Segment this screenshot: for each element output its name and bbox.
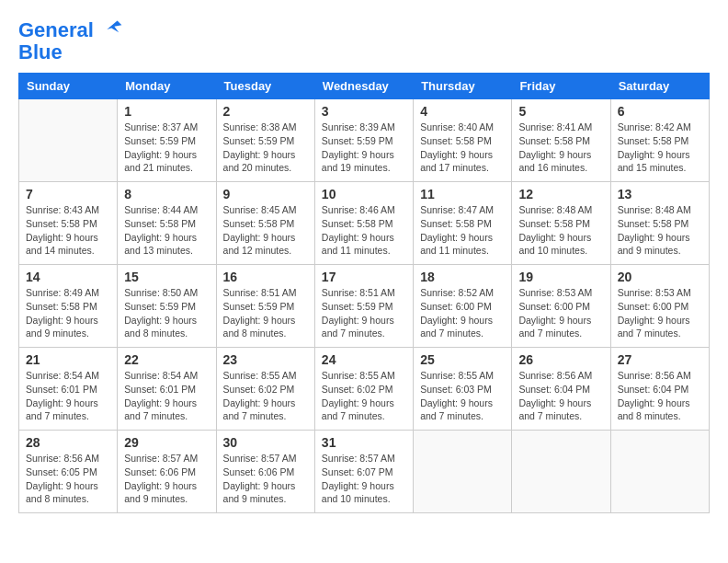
calendar-week-2: 7Sunrise: 8:43 AMSunset: 5:58 PMDaylight… [19, 182, 710, 265]
daylight-line1: Daylight: 9 hours [420, 148, 505, 162]
calendar-cell: 29Sunrise: 8:57 AMSunset: 6:06 PMDayligh… [118, 431, 216, 513]
daylight-line1: Daylight: 9 hours [124, 231, 209, 245]
day-info: Sunrise: 8:56 AMSunset: 6:04 PMDaylight:… [518, 369, 603, 423]
daylight-line1: Daylight: 9 hours [26, 479, 110, 493]
logo-text-blue: Blue [18, 40, 63, 63]
daylight-line1: Daylight: 9 hours [618, 148, 702, 162]
day-number: 20 [618, 270, 702, 284]
sunset-line: Sunset: 5:58 PM [124, 217, 209, 231]
daylight-line2: and 19 minutes. [322, 161, 406, 175]
daylight-line1: Daylight: 9 hours [26, 396, 110, 410]
day-number: 26 [518, 352, 603, 367]
daylight-line1: Daylight: 9 hours [223, 231, 308, 245]
calendar-cell: 22Sunrise: 8:54 AMSunset: 6:01 PMDayligh… [118, 348, 216, 431]
day-info: Sunrise: 8:53 AMSunset: 6:00 PMDaylight:… [618, 286, 702, 340]
sunrise-line: Sunrise: 8:53 AM [518, 286, 603, 300]
sunset-line: Sunset: 6:00 PM [618, 300, 702, 314]
sunrise-line: Sunrise: 8:57 AM [322, 452, 406, 465]
daylight-line2: and 8 minutes. [26, 492, 110, 506]
calendar-body: 1Sunrise: 8:37 AMSunset: 5:59 PMDaylight… [19, 99, 710, 513]
sunrise-line: Sunrise: 8:39 AM [322, 121, 406, 134]
daylight-line2: and 8 minutes. [223, 327, 308, 340]
day-info: Sunrise: 8:51 AMSunset: 5:59 PMDaylight:… [322, 286, 406, 340]
daylight-line1: Daylight: 9 hours [518, 314, 603, 327]
daylight-line2: and 10 minutes. [322, 492, 406, 506]
weekday-header-sunday: Sunday [19, 74, 118, 99]
day-number: 2 [223, 104, 308, 119]
daylight-line1: Daylight: 9 hours [518, 148, 603, 162]
sunset-line: Sunset: 5:58 PM [518, 134, 603, 148]
day-number: 12 [518, 187, 603, 201]
calendar-cell: 10Sunrise: 8:46 AMSunset: 5:58 PMDayligh… [314, 182, 413, 265]
sunset-line: Sunset: 5:58 PM [223, 217, 308, 231]
sunrise-line: Sunrise: 8:56 AM [618, 369, 702, 383]
day-info: Sunrise: 8:40 AMSunset: 5:58 PMDaylight:… [420, 121, 505, 175]
day-info: Sunrise: 8:54 AMSunset: 6:01 PMDaylight:… [26, 369, 110, 423]
daylight-line2: and 9 minutes. [618, 244, 702, 258]
day-info: Sunrise: 8:48 AMSunset: 5:58 PMDaylight:… [618, 203, 702, 258]
sunrise-line: Sunrise: 8:55 AM [420, 369, 505, 383]
calendar-cell: 13Sunrise: 8:48 AMSunset: 5:58 PMDayligh… [610, 182, 709, 265]
daylight-line1: Daylight: 9 hours [420, 231, 505, 245]
sunrise-line: Sunrise: 8:47 AM [420, 203, 505, 217]
sunrise-line: Sunrise: 8:42 AM [618, 121, 702, 134]
day-number: 11 [420, 187, 505, 201]
weekday-header-saturday: Saturday [610, 74, 709, 99]
calendar-cell: 30Sunrise: 8:57 AMSunset: 6:06 PMDayligh… [216, 431, 314, 513]
calendar-cell: 25Sunrise: 8:55 AMSunset: 6:03 PMDayligh… [414, 348, 512, 431]
day-number: 6 [618, 104, 702, 119]
sunrise-line: Sunrise: 8:45 AM [223, 203, 308, 217]
sunrise-line: Sunrise: 8:54 AM [26, 369, 110, 383]
daylight-line2: and 7 minutes. [518, 409, 603, 423]
day-info: Sunrise: 8:57 AMSunset: 6:06 PMDaylight:… [223, 452, 308, 506]
sunset-line: Sunset: 6:01 PM [26, 383, 110, 396]
daylight-line2: and 7 minutes. [322, 327, 406, 340]
logo-text-general: General [18, 18, 94, 41]
sunset-line: Sunset: 5:58 PM [518, 217, 603, 231]
sunrise-line: Sunrise: 8:57 AM [223, 452, 308, 465]
calendar-cell: 31Sunrise: 8:57 AMSunset: 6:07 PMDayligh… [314, 431, 413, 513]
day-info: Sunrise: 8:56 AMSunset: 6:04 PMDaylight:… [618, 369, 702, 423]
sunset-line: Sunset: 6:00 PM [420, 300, 505, 314]
daylight-line1: Daylight: 9 hours [223, 396, 308, 410]
sunrise-line: Sunrise: 8:37 AM [124, 121, 209, 134]
daylight-line2: and 9 minutes. [124, 492, 209, 506]
daylight-line1: Daylight: 9 hours [223, 148, 308, 162]
sunrise-line: Sunrise: 8:50 AM [124, 286, 209, 300]
daylight-line1: Daylight: 9 hours [124, 479, 209, 493]
daylight-line2: and 13 minutes. [124, 244, 209, 258]
day-number: 24 [322, 352, 406, 367]
daylight-line2: and 10 minutes. [518, 244, 603, 258]
sunrise-line: Sunrise: 8:56 AM [26, 452, 110, 465]
calendar-cell: 21Sunrise: 8:54 AMSunset: 6:01 PMDayligh… [19, 348, 118, 431]
daylight-line2: and 7 minutes. [618, 327, 702, 340]
daylight-line2: and 7 minutes. [26, 409, 110, 423]
daylight-line1: Daylight: 9 hours [618, 396, 702, 410]
sunrise-line: Sunrise: 8:57 AM [124, 452, 209, 465]
sunrise-line: Sunrise: 8:46 AM [322, 203, 406, 217]
sunrise-line: Sunrise: 8:48 AM [518, 203, 603, 217]
calendar-cell: 19Sunrise: 8:53 AMSunset: 6:00 PMDayligh… [512, 265, 610, 348]
daylight-line1: Daylight: 9 hours [26, 314, 110, 327]
sunset-line: Sunset: 6:02 PM [322, 383, 406, 396]
page-header: General Blue [18, 18, 710, 63]
daylight-line2: and 20 minutes. [223, 161, 308, 175]
sunset-line: Sunset: 6:01 PM [124, 383, 209, 396]
day-info: Sunrise: 8:39 AMSunset: 5:59 PMDaylight:… [322, 121, 406, 175]
daylight-line1: Daylight: 9 hours [124, 148, 209, 162]
daylight-line1: Daylight: 9 hours [518, 396, 603, 410]
sunrise-line: Sunrise: 8:41 AM [518, 121, 603, 134]
day-info: Sunrise: 8:38 AMSunset: 5:59 PMDaylight:… [223, 121, 308, 175]
day-number: 18 [420, 270, 505, 284]
day-info: Sunrise: 8:45 AMSunset: 5:58 PMDaylight:… [223, 203, 308, 258]
calendar-cell [512, 431, 610, 513]
sunset-line: Sunset: 5:59 PM [322, 300, 406, 314]
calendar-cell: 28Sunrise: 8:56 AMSunset: 6:05 PMDayligh… [19, 431, 118, 513]
daylight-line1: Daylight: 9 hours [223, 479, 308, 493]
calendar-cell: 8Sunrise: 8:44 AMSunset: 5:58 PMDaylight… [118, 182, 216, 265]
daylight-line2: and 11 minutes. [420, 244, 505, 258]
day-number: 19 [518, 270, 603, 284]
day-info: Sunrise: 8:52 AMSunset: 6:00 PMDaylight:… [420, 286, 505, 340]
daylight-line2: and 15 minutes. [618, 161, 702, 175]
sunrise-line: Sunrise: 8:54 AM [124, 369, 209, 383]
